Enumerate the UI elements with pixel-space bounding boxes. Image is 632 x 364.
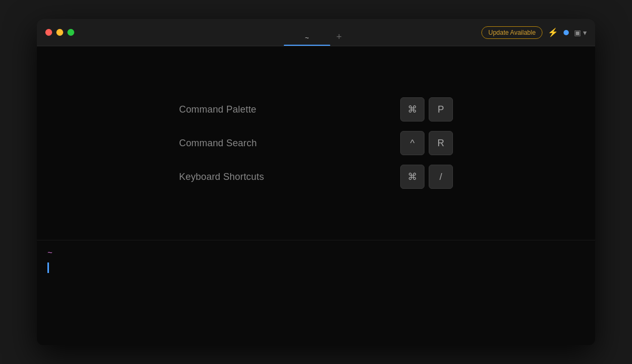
key-badge-cmd-1: ⌘ xyxy=(400,97,424,122)
close-button[interactable] xyxy=(45,29,52,36)
update-button[interactable]: Update Available xyxy=(481,26,542,39)
window-panels-icon: ▣ ▾ xyxy=(574,28,587,37)
bolt-icon[interactable]: ⚡ xyxy=(548,27,558,37)
key-badge-p: P xyxy=(429,97,453,122)
overlay-panel: Command Palette ⌘ P Command Search ^ R xyxy=(37,46,595,240)
titlebar: ~ + Update Available ⚡ ▣ ▾ xyxy=(37,19,595,46)
tab-home[interactable]: ~ xyxy=(284,29,330,46)
key-badge-cmd-2: ⌘ xyxy=(400,165,424,189)
shortcut-keys-keyboard-shortcuts: ⌘ / xyxy=(400,165,453,189)
key-badge-slash: / xyxy=(429,165,453,189)
traffic-lights xyxy=(45,29,74,36)
minimize-button[interactable] xyxy=(56,29,63,36)
shortcut-row-keyboard-shortcuts: Keyboard Shortcuts ⌘ / xyxy=(179,165,453,189)
terminal-prompt: ~ xyxy=(47,249,585,258)
shortcut-keys-command-search: ^ R xyxy=(400,131,453,155)
shortcut-label-keyboard-shortcuts: Keyboard Shortcuts xyxy=(179,171,264,183)
terminal-cursor xyxy=(47,262,49,273)
tab-home-label: ~ xyxy=(305,34,309,42)
shortcut-row-command-palette: Command Palette ⌘ P xyxy=(179,97,453,122)
tab-area: ~ + xyxy=(284,28,348,46)
maximize-button[interactable] xyxy=(67,29,74,36)
app-window: ~ + Update Available ⚡ ▣ ▾ Command Palet… xyxy=(37,19,595,345)
shortcuts-container: Command Palette ⌘ P Command Search ^ R xyxy=(179,97,453,189)
titlebar-right: Update Available ⚡ ▣ ▾ xyxy=(481,26,587,39)
key-badge-r: R xyxy=(429,131,453,155)
status-dot xyxy=(564,30,569,35)
shortcut-label-command-palette: Command Palette xyxy=(179,104,256,115)
update-button-label: Update Available xyxy=(488,29,536,36)
shortcut-row-command-search: Command Search ^ R xyxy=(179,131,453,155)
window-icon[interactable]: ▣ ▾ xyxy=(574,28,587,37)
tab-add-icon: + xyxy=(337,32,342,42)
shortcut-keys-command-palette: ⌘ P xyxy=(400,97,453,122)
content-area: Command Palette ⌘ P Command Search ^ R xyxy=(37,46,595,345)
terminal-area[interactable]: ~ xyxy=(37,240,595,345)
shortcut-label-command-search: Command Search xyxy=(179,138,257,149)
tab-add-button[interactable]: + xyxy=(330,28,349,46)
key-badge-ctrl: ^ xyxy=(400,131,424,155)
